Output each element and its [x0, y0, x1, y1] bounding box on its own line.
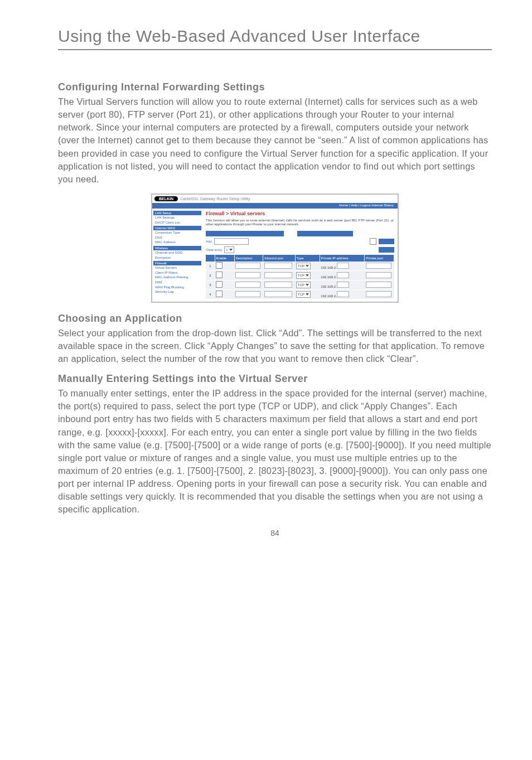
virtual-servers-table: Enable Description Inbound port Type Pri… — [206, 255, 394, 299]
privport-input[interactable] — [366, 282, 391, 288]
th-privip: Private IP address — [320, 255, 364, 262]
type-select[interactable]: TCP — [296, 272, 311, 279]
side-item[interactable]: LAN Settings — [153, 215, 201, 220]
section3-heading: Manually Entering Settings into the Virt… — [58, 373, 492, 385]
ip-input[interactable] — [337, 291, 349, 297]
add-button[interactable] — [379, 239, 394, 244]
add-select[interactable] — [214, 238, 249, 245]
side-item[interactable]: DNS — [153, 235, 201, 240]
side-group-head: Firewall — [153, 261, 201, 265]
side-item[interactable]: Virtual Servers — [153, 265, 201, 270]
type-select[interactable]: TCP — [296, 263, 311, 269]
side-item[interactable]: WAN Ping Blocking — [153, 285, 201, 290]
table-row: 4 TCP 192.168.2. — [206, 289, 394, 299]
section2-heading: Choosing an Application — [58, 313, 492, 325]
side-item[interactable]: Client IP Filters — [153, 270, 201, 275]
desc-input[interactable] — [235, 291, 260, 297]
side-group-head: LAN Setup — [153, 211, 201, 215]
th-type: Type — [295, 255, 320, 262]
ip-prefix: 192.168.2. — [321, 275, 336, 279]
section1-body: The Virtual Servers function will allow … — [58, 95, 492, 186]
privport-input[interactable] — [366, 291, 391, 297]
ip-prefix: 192.168.2. — [321, 294, 336, 298]
add-label: Add — [206, 240, 212, 243]
side-item[interactable]: Connection Type — [153, 230, 201, 235]
clear-button[interactable] — [379, 247, 394, 253]
enable-checkbox[interactable] — [216, 272, 223, 278]
ip-input[interactable] — [337, 282, 349, 288]
side-item[interactable]: Security Log — [153, 289, 201, 294]
page-number: 84 — [58, 529, 492, 538]
table-row: 1 TCP 192.168.2. — [206, 262, 394, 271]
th-inbound: Inbound port — [263, 255, 295, 262]
privport-input[interactable] — [366, 263, 391, 269]
router-screenshot: BELKIN Cable/DSL Gateway Router Setup Ut… — [58, 193, 492, 305]
table-row: 3 TCP 192.168.2. — [206, 280, 394, 289]
side-group-head: Internet WAN — [153, 226, 201, 230]
side-item[interactable]: DHCP Client List — [153, 220, 201, 225]
side-item[interactable]: MAC Address — [153, 240, 201, 245]
section2-body: Select your application from the drop-do… — [58, 327, 492, 365]
desc-input[interactable] — [235, 282, 260, 288]
inbound-input[interactable] — [264, 291, 292, 297]
ip-prefix: 192.168.2. — [321, 266, 336, 269]
th-desc: Description — [234, 255, 263, 262]
tagline-text: Cable/DSL Gateway Router Setup Utility — [180, 197, 250, 201]
type-select[interactable]: TCP — [296, 282, 311, 288]
panel-desc: This function will allow you to route ex… — [206, 219, 394, 226]
clear-label: Clear entry — [206, 248, 222, 251]
inbound-input[interactable] — [264, 282, 292, 288]
enable-checkbox[interactable] — [216, 262, 223, 269]
clear-select[interactable]: 1 — [224, 246, 234, 253]
enable-checkbox[interactable] — [216, 281, 223, 288]
section1-heading: Configuring Internal Forwarding Settings — [58, 81, 492, 93]
th-num — [206, 255, 215, 262]
type-select[interactable]: TCP — [296, 291, 311, 298]
inbound-input[interactable] — [264, 272, 292, 278]
side-item[interactable]: Encryption — [153, 255, 201, 260]
side-item[interactable]: DMZ — [153, 280, 201, 285]
side-item[interactable]: MAC Address Filtering — [153, 275, 201, 280]
sidebar: LAN Setup LAN Settings DHCP Client List … — [152, 209, 202, 302]
section3-body: To manually enter settings, enter the IP… — [58, 387, 492, 516]
page-title: Using the Web-Based Advanced User Interf… — [58, 27, 492, 50]
side-item[interactable]: Channel and SSID — [153, 250, 201, 255]
row-select-input[interactable] — [370, 238, 376, 245]
ip-input[interactable] — [337, 263, 349, 269]
ip-prefix: 192.168.2. — [321, 285, 336, 288]
table-row: 2 TCP 192.168.2. — [206, 270, 394, 280]
panel-title: Firewall > Virtual servers — [206, 211, 394, 216]
topbar: Home | Help | Logout Internet Status: — [152, 203, 398, 209]
inbound-input[interactable] — [264, 263, 292, 269]
privport-input[interactable] — [366, 272, 391, 278]
th-enable: Enable — [215, 255, 234, 262]
enable-checkbox[interactable] — [216, 291, 223, 297]
ip-input[interactable] — [337, 272, 349, 278]
th-privport: Private port — [365, 255, 394, 262]
brand-logo: BELKIN — [154, 196, 178, 201]
desc-input[interactable] — [235, 263, 260, 269]
desc-input[interactable] — [235, 272, 260, 278]
side-group-head: Wireless — [153, 246, 201, 250]
